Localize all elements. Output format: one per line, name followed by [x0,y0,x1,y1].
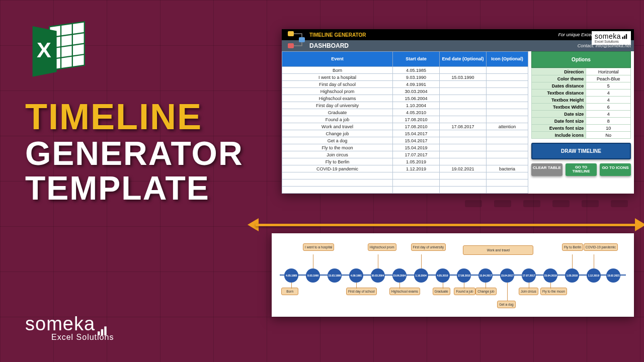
table-cell[interactable]: 15.06.2004 [393,95,440,102]
table-row[interactable]: Join circus17.07.2017 [282,151,528,158]
someka-badge[interactable]: someka Excel Solutions [592,31,631,45]
table-cell[interactable]: bacteria [486,165,528,172]
table-cell[interactable] [486,116,528,123]
option-value[interactable]: 8 [586,118,631,125]
table-cell[interactable] [486,144,528,151]
table-cell[interactable] [486,179,528,187]
table-cell[interactable]: I went to a hospital [282,74,393,81]
table-cell[interactable]: attention [486,123,528,130]
option-row[interactable]: Date font size8 [532,118,631,125]
table-cell[interactable]: COVID-19 pandemic [282,165,393,172]
table-cell[interactable]: Fly to the moon [282,144,393,151]
draw-timeline-button[interactable]: DRAW TIMELINE [531,143,631,159]
table-cell[interactable] [486,102,528,109]
options-table[interactable]: DirectionHorizontalColor themePeach-Blue… [531,68,631,139]
table-cell[interactable]: Change job [282,130,393,137]
table-row[interactable]: First day of university1.10.2004 [282,102,528,109]
table-row-empty[interactable] [282,179,528,187]
table-cell[interactable] [486,137,528,144]
goto-timeline-button[interactable]: GO TO TIMELINE [566,163,597,176]
table-cell[interactable]: Fly to Berlin [282,158,393,165]
table-cell[interactable]: 1.10.2004 [393,102,440,109]
table-cell[interactable]: Graduate [282,109,393,116]
table-cell[interactable]: Born [282,67,393,74]
option-value[interactable]: 4 [586,97,631,104]
option-row[interactable]: Events font size10 [532,125,631,132]
table-cell[interactable] [439,95,486,102]
option-row[interactable]: Textbox Width6 [532,104,631,111]
table-cell[interactable]: 4.09.1991 [393,81,440,88]
table-cell[interactable]: 15.04.2017 [393,137,440,144]
table-cell[interactable] [439,109,486,116]
table-cell[interactable]: Join circus [282,151,393,158]
table-cell[interactable] [486,74,528,81]
option-row[interactable]: Color themePeach-Blue [532,75,631,82]
table-cell[interactable] [486,95,528,102]
table-cell[interactable] [486,172,528,179]
table-row[interactable]: Found a job17.08.2010 [282,116,528,123]
table-row[interactable]: COVID-19 pandemic1.12.201919.02.2021bact… [282,165,528,172]
option-row[interactable]: Include iconsNo [532,132,631,139]
option-row[interactable]: Textbox distance4 [532,89,631,97]
table-cell[interactable] [439,179,486,187]
table-row[interactable]: Born4.05.1985 [282,67,528,74]
table-cell[interactable] [282,187,393,194]
table-cell[interactable] [486,187,528,194]
table-cell[interactable] [439,88,486,95]
table-cell[interactable] [282,172,393,179]
table-cell[interactable] [439,81,486,88]
table-cell[interactable]: 15.03.1990 [439,74,486,81]
option-value[interactable]: 10 [586,125,631,132]
table-cell[interactable]: 17.08.2017 [439,123,486,130]
table-cell[interactable] [439,187,486,194]
table-cell[interactable] [486,130,528,137]
table-cell[interactable]: Found a job [282,116,393,123]
table-cell[interactable] [486,158,528,165]
option-value[interactable]: 6 [586,104,631,111]
events-table[interactable]: Event Start date End date (Optional) Ico… [282,51,528,194]
table-cell[interactable]: 9.03.1990 [393,74,440,81]
table-cell[interactable]: Work and travel [282,123,393,130]
table-cell[interactable]: 17.08.2010 [393,116,440,123]
table-cell[interactable] [439,137,486,144]
table-cell[interactable] [439,172,486,179]
table-cell[interactable] [486,151,528,158]
table-cell[interactable] [282,179,393,187]
option-value[interactable]: Horizontal [586,68,631,75]
table-cell[interactable]: 15.04.2017 [393,130,440,137]
option-row[interactable]: Dates distance5 [532,82,631,89]
option-value[interactable]: Peach-Blue [586,75,631,82]
table-row[interactable]: I went to a hospital9.03.199015.03.1990 [282,74,528,81]
option-row[interactable]: Textbox Height4 [532,97,631,104]
option-row[interactable]: DirectionHorizontal [532,68,631,75]
table-row[interactable]: Highschool prom30.03.2004 [282,88,528,95]
table-cell[interactable] [486,88,528,95]
option-value[interactable]: No [586,132,631,139]
table-cell[interactable]: 30.03.2004 [393,88,440,95]
table-cell[interactable] [486,67,528,74]
table-cell[interactable] [393,172,440,179]
goto-icons-button[interactable]: GO TO ICONS [600,163,631,176]
table-cell[interactable]: 17.07.2017 [393,151,440,158]
table-cell[interactable] [393,179,440,187]
table-cell[interactable]: 4.05.2010 [393,109,440,116]
table-cell[interactable]: 17.08.2010 [393,123,440,130]
table-cell[interactable] [439,130,486,137]
table-cell[interactable]: First day of school [282,81,393,88]
table-cell[interactable] [486,109,528,116]
table-cell[interactable] [439,102,486,109]
table-cell[interactable] [486,81,528,88]
option-value[interactable]: 4 [586,89,631,97]
table-cell[interactable]: 4.05.1985 [393,67,440,74]
table-cell[interactable] [439,67,486,74]
table-cell[interactable] [439,158,486,165]
clear-table-button[interactable]: CLEAR TABLE [531,163,562,176]
table-cell[interactable]: First day of university [282,102,393,109]
table-row[interactable]: Graduate4.05.2010 [282,109,528,116]
table-cell[interactable]: Highschool exams [282,95,393,102]
table-cell[interactable] [439,116,486,123]
option-value[interactable]: 5 [586,82,631,89]
table-row[interactable]: Highschool exams15.06.2004 [282,95,528,102]
option-value[interactable]: 4 [586,111,631,118]
table-row[interactable]: First day of school4.09.1991 [282,81,528,88]
